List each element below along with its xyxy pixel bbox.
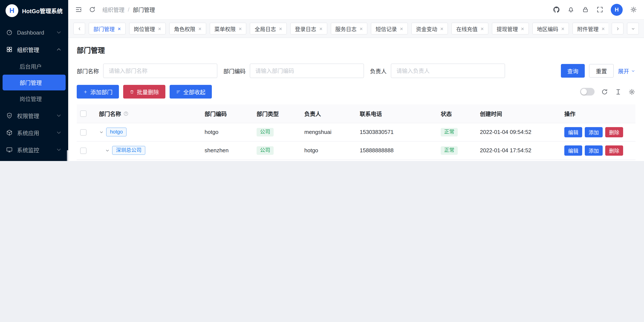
- expand-button[interactable]: 展开: [618, 67, 636, 75]
- tab-credits-log[interactable]: 资金变动×: [411, 23, 448, 35]
- tab-close-icon[interactable]: ×: [521, 26, 524, 31]
- breadcrumb-item-current[interactable]: 部门管理: [133, 6, 155, 14]
- fullscreen-icon[interactable]: [596, 6, 604, 13]
- search-input-dept-name[interactable]: [103, 64, 217, 78]
- tab-global-log[interactable]: 全局日志×: [250, 23, 287, 35]
- tab-label: 服务日志: [335, 25, 356, 33]
- chevron-down-icon[interactable]: [99, 129, 104, 135]
- trash-icon: [130, 89, 134, 94]
- tab-close-icon[interactable]: ×: [118, 26, 121, 31]
- sidebar-item-dashboard[interactable]: Dashboard: [0, 24, 68, 41]
- tab-post[interactable]: 岗位管理×: [129, 23, 166, 35]
- dept-type-cell: 公司: [253, 141, 301, 160]
- tab-login-log[interactable]: 登录日志×: [290, 23, 327, 35]
- reset-button[interactable]: 重置: [589, 64, 614, 78]
- dept-name-tag[interactable]: 深圳总公司: [112, 146, 145, 155]
- search-field-leader: 负责人: [370, 64, 505, 78]
- sidebar-item-label: Dashboard: [17, 29, 51, 36]
- tab-close-icon[interactable]: ×: [360, 26, 363, 31]
- lock-screen-icon[interactable]: [582, 6, 589, 13]
- column-header-3: 负责人: [301, 105, 356, 123]
- tab-attachment[interactable]: 附件管理×: [572, 23, 608, 35]
- line-height-icon[interactable]: [614, 88, 622, 95]
- delete-button[interactable]: 删除: [605, 145, 623, 155]
- avatar-letter: H: [615, 7, 619, 13]
- delete-button[interactable]: 删除: [605, 127, 623, 137]
- add-dept-button[interactable]: 添加部门: [77, 85, 119, 99]
- dept-manage-card: 部门管理 部门名称部门编码负责人 查询 重置 展开: [68, 38, 644, 161]
- tab-cities[interactable]: 地区编码×: [532, 23, 569, 35]
- tab-close-icon[interactable]: ×: [158, 26, 161, 31]
- table-refresh-icon[interactable]: [601, 88, 608, 95]
- layout-settings-icon[interactable]: [630, 6, 637, 13]
- tab-serve-log[interactable]: 服务日志×: [330, 23, 368, 35]
- tab-dept[interactable]: 部门管理×: [89, 23, 126, 35]
- add-button[interactable]: 添加: [585, 145, 603, 155]
- tab-close-icon[interactable]: ×: [602, 26, 605, 31]
- tab-cash[interactable]: 提现管理×: [492, 23, 529, 35]
- sidebar-subitem-dept-manage[interactable]: 部门管理: [2, 75, 66, 90]
- row-checkbox[interactable]: [80, 147, 86, 154]
- tabs-menu-button[interactable]: [627, 23, 639, 35]
- sidebar-item-organization[interactable]: 组织管理: [0, 41, 68, 58]
- sidebar-item-permission[interactable]: 权限管理: [0, 107, 68, 124]
- tabs-scroll-right-button[interactable]: [612, 23, 624, 35]
- user-avatar[interactable]: H: [611, 4, 623, 16]
- table-settings-icon[interactable]: [628, 88, 636, 95]
- row-checkbox[interactable]: [80, 129, 86, 135]
- batch-delete-button[interactable]: 批量删除: [123, 85, 165, 99]
- tab-close-icon[interactable]: ×: [400, 26, 403, 31]
- sidebar-item-system-setting[interactable]: 系统设置: [0, 158, 68, 161]
- tab-close-icon[interactable]: ×: [480, 26, 484, 31]
- search-input-dept-code[interactable]: [250, 64, 364, 78]
- toggle-switch[interactable]: [580, 88, 594, 96]
- search-input-leader[interactable]: [391, 64, 505, 78]
- app-logo[interactable]: H HotGo管理系统: [0, 0, 68, 21]
- chevron-down-icon[interactable]: [105, 148, 110, 153]
- topbar-actions: H: [553, 4, 637, 16]
- sidebar-subitem-backend-user[interactable]: 后台用户: [2, 59, 66, 74]
- actions-cell: 编辑添加删除: [561, 160, 636, 161]
- edit-button[interactable]: 编辑: [564, 145, 582, 155]
- notification-bell-icon[interactable]: [567, 6, 574, 13]
- sidebar-scrollbar-thumb[interactable]: [67, 150, 68, 161]
- tab-close-icon[interactable]: ×: [561, 26, 564, 31]
- chevron-up-icon: [56, 46, 62, 53]
- edit-button[interactable]: 编辑: [564, 127, 582, 137]
- monitor-icon: [6, 146, 13, 153]
- breadcrumb-item[interactable]: 组织管理: [102, 6, 124, 14]
- status-cell: 正常: [437, 141, 476, 160]
- tab-close-icon[interactable]: ×: [239, 26, 242, 31]
- sidebar-item-system-app[interactable]: 系统应用: [0, 124, 68, 141]
- tabs-scroll-left-button[interactable]: [73, 23, 85, 35]
- sidebar-item-system-monitor[interactable]: 系统监控: [0, 141, 68, 158]
- dept-name-tag[interactable]: hotgo: [106, 128, 126, 136]
- dashboard-icon: [6, 29, 13, 36]
- sidebar-collapse-icon[interactable]: [75, 6, 82, 13]
- select-all-checkbox[interactable]: [80, 111, 86, 117]
- tab-close-icon[interactable]: ×: [198, 26, 202, 31]
- sidebar-item-label: 系统监控: [17, 146, 51, 154]
- collapse-all-label: 全部收起: [183, 88, 206, 96]
- tab-menu-auth[interactable]: 菜单权限×: [210, 23, 246, 35]
- tab-sms-log[interactable]: 短信记录×: [371, 23, 408, 35]
- search-field-label: 负责人: [370, 67, 386, 75]
- sidebar-subitem-post-manage[interactable]: 岗位管理: [2, 91, 66, 107]
- main-area: 组织管理 / 部门管理 H 部门管理×岗位管理×角色权限×菜单权限×全局日志×登…: [68, 0, 644, 161]
- tab-recharge[interactable]: 在线充值×: [452, 23, 488, 35]
- tab-role[interactable]: 角色权限×: [169, 23, 206, 35]
- collapse-all-button[interactable]: 全部收起: [170, 85, 212, 99]
- dept-type-tag: 公司: [256, 146, 274, 155]
- tab-close-icon[interactable]: ×: [440, 26, 444, 31]
- page-refresh-icon[interactable]: [89, 6, 96, 13]
- add-button[interactable]: 添加: [585, 127, 603, 137]
- tab-close-icon[interactable]: ×: [319, 26, 322, 31]
- dept-phone: 15888888888: [356, 141, 437, 160]
- query-button[interactable]: 查询: [561, 64, 585, 78]
- github-icon[interactable]: [553, 6, 560, 13]
- created-time: 2022-01-04 09:54:52: [476, 123, 561, 141]
- breadcrumb: 组织管理 / 部门管理: [102, 6, 155, 14]
- help-icon[interactable]: [123, 111, 129, 116]
- batch-delete-label: 批量删除: [137, 88, 159, 96]
- tab-close-icon[interactable]: ×: [279, 26, 282, 31]
